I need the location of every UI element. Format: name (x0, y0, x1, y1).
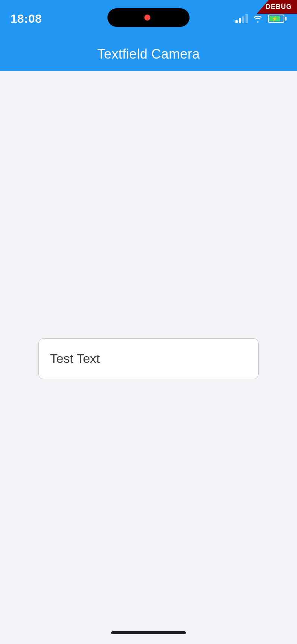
text-input[interactable] (38, 338, 259, 379)
battery-icon: ⚡ (268, 15, 287, 23)
dynamic-island (107, 8, 190, 27)
home-bar (111, 631, 186, 634)
battery-bolt-icon: ⚡ (272, 16, 278, 22)
main-content (0, 71, 297, 622)
wifi-icon (252, 14, 263, 23)
status-bar: 18:08 ⚡ DEBUG (0, 0, 297, 37)
signal-bars-icon (235, 14, 248, 23)
signal-bar-1 (235, 20, 238, 23)
signal-bar-2 (239, 18, 241, 23)
battery-body: ⚡ (268, 15, 284, 23)
app-bar: Textfield Camera (0, 37, 297, 71)
debug-badge: DEBUG (257, 0, 297, 14)
battery-fill: ⚡ (269, 16, 280, 21)
signal-bar-3 (242, 16, 244, 23)
home-indicator (0, 622, 297, 644)
recording-dot (144, 15, 150, 21)
text-field-container (38, 338, 259, 379)
status-icons: ⚡ (235, 14, 287, 23)
battery-tip (285, 17, 287, 21)
app-title: Textfield Camera (97, 46, 200, 62)
signal-bar-4 (246, 14, 248, 23)
status-time: 18:08 (10, 12, 42, 26)
